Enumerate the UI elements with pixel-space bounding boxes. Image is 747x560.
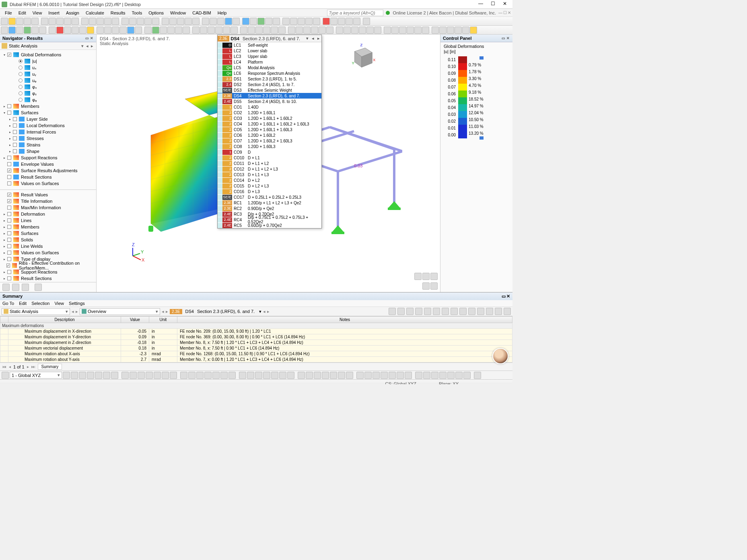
mdi-close-button[interactable]: ✕ <box>508 10 511 15</box>
toolbar-button[interactable] <box>129 18 136 25</box>
summary-toolbar-button[interactable] <box>442 308 449 315</box>
last-page-button[interactable]: ⏭ <box>31 364 35 369</box>
status-toolbar-button[interactable] <box>455 372 463 379</box>
status-toolbar-button[interactable] <box>389 372 396 379</box>
tree-item[interactable]: Result Sections <box>0 174 96 180</box>
status-toolbar-button[interactable] <box>162 372 169 379</box>
summary-toolbar-button[interactable] <box>415 308 422 315</box>
checkbox[interactable] <box>7 231 11 235</box>
tree-item[interactable]: ▸Line Welds <box>0 243 96 249</box>
checkbox[interactable] <box>13 117 17 121</box>
prev-button[interactable]: ◂ <box>263 309 265 314</box>
menu-file[interactable]: File <box>2 10 15 16</box>
chevron-down-icon[interactable]: ▾ <box>259 309 261 314</box>
dropdown-item[interactable]: 2.3EDS4Section 2.3 (LRFD), 6. and 7. <box>218 93 321 99</box>
table-row[interactable]: Maximum rotation about Y-axis2.7mradMemb… <box>0 357 512 362</box>
toolbar-button[interactable] <box>414 27 422 34</box>
toolbar-button[interactable] <box>346 18 353 25</box>
toolbar-button[interactable] <box>1 18 8 25</box>
dropdown-item[interactable]: 2.4ERC50.60D/p + 0.70Qe2 <box>218 222 321 228</box>
dropdown-item[interactable]: 2.3ERC11.20D/p + L1 + L2 + L3 + Qe2 <box>218 200 321 206</box>
toolbar-button[interactable] <box>455 27 462 34</box>
dropdown-item[interactable]: 2.4DS2Section 2.4 (ASD), 1. to 7. <box>218 82 321 87</box>
dropdown-item[interactable]: 2.4EDS5Section 2.4 (ASD), 8. to 10. <box>218 99 321 104</box>
checkbox[interactable] <box>7 225 11 229</box>
prev-button[interactable]: ◂ <box>162 309 164 314</box>
toolbar-button[interactable] <box>119 27 127 34</box>
dropdown-item[interactable]: 2.3DS1Section 2.3 (LRFD), 1. to 5. <box>218 76 321 82</box>
toolbar-button[interactable] <box>391 27 399 34</box>
tree-item[interactable]: ▸Surfaces <box>0 230 96 237</box>
toolbar-button[interactable] <box>290 18 297 25</box>
coord-system-select[interactable]: 1 - Global XYZ ▾ <box>10 372 62 379</box>
panel-pin-icon[interactable]: ▭ <box>501 36 505 40</box>
summary-toolbar-button[interactable] <box>397 308 405 315</box>
summary-toolbar-button[interactable] <box>504 308 511 315</box>
toolbar-button[interactable] <box>319 27 326 34</box>
status-toolbar-button[interactable] <box>138 372 145 379</box>
dropdown-item[interactable]: LLC3Upper slab <box>218 54 321 59</box>
legend-slider-bottom[interactable] <box>479 136 484 140</box>
toolbar-button[interactable] <box>177 18 184 25</box>
panel-close-icon[interactable]: ✕ <box>506 294 510 299</box>
tree-item[interactable]: ✓Ribs - Effective Contribution on Surfac… <box>0 262 96 269</box>
toolbar-button[interactable] <box>374 27 381 34</box>
tree-toolbar-button[interactable] <box>22 284 29 291</box>
next-button[interactable]: ▸ <box>166 309 168 314</box>
tree-item[interactable]: uᵧ <box>0 71 96 77</box>
tree-item[interactable]: Max/Min Information <box>0 204 96 211</box>
toolbar-button[interactable] <box>31 27 39 34</box>
checkbox[interactable]: ✓ <box>6 264 10 268</box>
mdi-restore-button[interactable]: ☐ <box>503 10 507 15</box>
checkbox[interactable]: ✓ <box>7 169 11 173</box>
tree-item[interactable]: φₓ <box>0 84 96 90</box>
load-case-dropdown[interactable]: 2.3E DS4 Section 2.3 (LRFD), 6. and 7. ▾… <box>217 35 322 229</box>
chevron-down-icon[interactable]: ▾ <box>305 36 310 41</box>
status-toolbar-button[interactable] <box>255 372 262 379</box>
status-toolbar-button[interactable] <box>87 372 94 379</box>
toolbar-button[interactable] <box>223 27 230 34</box>
menu-insert[interactable]: Insert <box>45 10 63 16</box>
radio-button[interactable] <box>19 78 23 82</box>
checkbox[interactable] <box>7 244 11 248</box>
toolbar-button[interactable] <box>192 18 200 25</box>
tree-item[interactable]: Values on Surfaces <box>0 180 96 187</box>
toolbar-button[interactable] <box>407 27 414 34</box>
radio-button[interactable] <box>19 72 23 76</box>
dropdown-item[interactable]: 2CO21.20D + 1.60L1 <box>218 110 321 115</box>
viewport-tool-button[interactable] <box>414 273 422 280</box>
dropdown-item[interactable]: LLC4Platform <box>218 59 321 65</box>
tree-item[interactable]: uᵩ <box>0 77 96 84</box>
toolbar-button[interactable] <box>344 27 351 34</box>
dropdown-item[interactable]: 2CO15D + L2 + L3 <box>218 183 321 189</box>
toolbar-button[interactable] <box>137 18 144 25</box>
summary-analysis-select[interactable]: Static Analysis ▾ <box>2 308 70 315</box>
tree-item[interactable]: ▸Deformation <box>0 211 96 217</box>
status-toolbar-button[interactable] <box>330 372 337 379</box>
prev-button[interactable]: ◂ <box>310 36 316 41</box>
status-toolbar-button[interactable] <box>322 372 329 379</box>
tree-item[interactable]: uₓ <box>0 64 96 71</box>
toolbar-button[interactable] <box>399 27 406 34</box>
dropdown-item[interactable]: 2CO12D + L1 + L2 + L3 <box>218 166 321 172</box>
viewport-tool-button[interactable] <box>422 273 430 280</box>
next-page-button[interactable]: ▸ <box>27 364 29 369</box>
toolbar-button[interactable] <box>242 18 249 25</box>
summary-toolbar-button[interactable] <box>495 308 502 315</box>
panel-pin-icon[interactable]: ▭ <box>502 294 506 299</box>
toolbar-button[interactable] <box>273 18 280 25</box>
dropdown-item[interactable]: DLC1Self-weight <box>218 42 321 48</box>
tree-item[interactable]: ▸Lines <box>0 217 96 224</box>
dropdown-item[interactable]: 1CO9D <box>218 149 321 155</box>
toolbar-button[interactable] <box>112 27 119 34</box>
toolbar-button[interactable] <box>282 18 290 25</box>
status-toolbar-button[interactable] <box>263 372 270 379</box>
status-toolbar-button[interactable] <box>298 372 305 379</box>
prev-button[interactable]: ◂ <box>85 43 90 49</box>
summary-overview-select[interactable]: Overview ▾ <box>80 308 160 315</box>
toolbar-button[interactable] <box>81 18 88 25</box>
status-toolbar-button[interactable] <box>247 372 254 379</box>
checkbox[interactable] <box>13 130 17 134</box>
menu-cad-bim[interactable]: CAD-BIM <box>189 10 214 16</box>
status-toolbar-button[interactable] <box>372 372 380 379</box>
